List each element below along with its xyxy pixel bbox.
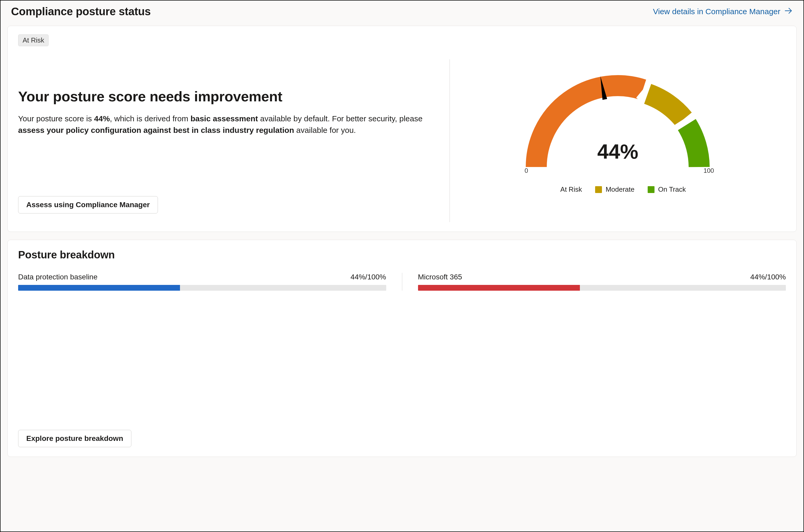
posture-desc-score: 44% xyxy=(94,114,110,123)
breakdown-item-value: 44%/100% xyxy=(750,273,786,281)
breakdown-item-value: 44%/100% xyxy=(351,273,386,281)
legend-swatch-moderate xyxy=(595,186,602,193)
compliance-posture-frame: Compliance posture status View details i… xyxy=(0,0,804,532)
breakdown-row-header: Data protection baseline 44%/100% xyxy=(18,273,386,281)
gauge-arc-gap2 xyxy=(684,119,687,125)
posture-description: Your posture score is 44%, which is deri… xyxy=(18,113,428,136)
posture-breakdown-card: Posture breakdown Data protection baseli… xyxy=(7,240,797,457)
posture-headline: Your posture score needs improvement xyxy=(18,88,436,104)
legend-item-atrisk: At Risk xyxy=(550,185,582,193)
posture-desc-seg: , which is derived from xyxy=(110,114,190,123)
explore-breakdown-button[interactable]: Explore posture breakdown xyxy=(18,430,131,447)
legend-label: On Track xyxy=(658,185,686,193)
legend-item-ontrack: On Track xyxy=(648,185,686,193)
posture-score-card: At Risk Your posture score needs improve… xyxy=(7,26,797,232)
header-row: Compliance posture status View details i… xyxy=(1,1,803,26)
breakdown-item-name: Data protection baseline xyxy=(18,273,97,281)
legend-label: At Risk xyxy=(560,185,582,193)
gauge-arc-moderate xyxy=(648,94,684,119)
gauge-legend: At Risk Moderate On Track xyxy=(550,185,686,193)
risk-badge: At Risk xyxy=(18,34,49,46)
legend-label: Moderate xyxy=(605,185,635,193)
view-details-link[interactable]: View details in Compliance Manager xyxy=(653,6,793,17)
posture-desc-seg: available by default. For better securit… xyxy=(258,114,423,123)
page-title: Compliance posture status xyxy=(11,5,151,18)
breakdown-title: Posture breakdown xyxy=(18,249,786,261)
legend-swatch-ontrack xyxy=(648,186,654,193)
breakdown-progress-bar xyxy=(418,285,786,291)
breakdown-row-header: Microsoft 365 44%/100% xyxy=(418,273,786,281)
breakdown-progress-fill xyxy=(18,285,180,291)
gauge-panel: 44% 0 100 At Risk Moderate On Tr xyxy=(450,52,786,222)
breakdown-progress-bar xyxy=(18,285,386,291)
legend-item-moderate: Moderate xyxy=(595,185,635,193)
breakdown-item: Data protection baseline 44%/100% xyxy=(18,273,402,291)
gauge-max-label: 100 xyxy=(703,167,714,174)
posture-score-body: Your posture score needs improvement You… xyxy=(18,52,786,222)
gauge-arc-gap1 xyxy=(643,90,648,94)
breakdown-spacer xyxy=(18,291,786,430)
posture-score-text: Your posture score needs improvement You… xyxy=(18,52,450,222)
assess-button[interactable]: Assess using Compliance Manager xyxy=(18,196,158,213)
posture-desc-bold: assess your policy configuration against… xyxy=(18,126,294,134)
posture-desc-seg: Your posture score is xyxy=(18,114,94,123)
breakdown-grid: Data protection baseline 44%/100% Micros… xyxy=(18,273,786,291)
breakdown-item: Microsoft 365 44%/100% xyxy=(402,273,786,291)
legend-swatch-atrisk xyxy=(550,186,557,193)
arrow-right-icon xyxy=(784,6,793,17)
posture-desc-bold: basic assessment xyxy=(190,114,258,123)
gauge-chart: 44% 0 100 xyxy=(518,67,717,177)
breakdown-progress-fill xyxy=(418,285,580,291)
breakdown-item-name: Microsoft 365 xyxy=(418,273,462,281)
view-details-link-label: View details in Compliance Manager xyxy=(653,7,780,16)
gauge-value: 44% xyxy=(518,140,717,164)
gauge-min-label: 0 xyxy=(524,167,528,174)
posture-desc-seg: available for you. xyxy=(294,126,356,134)
